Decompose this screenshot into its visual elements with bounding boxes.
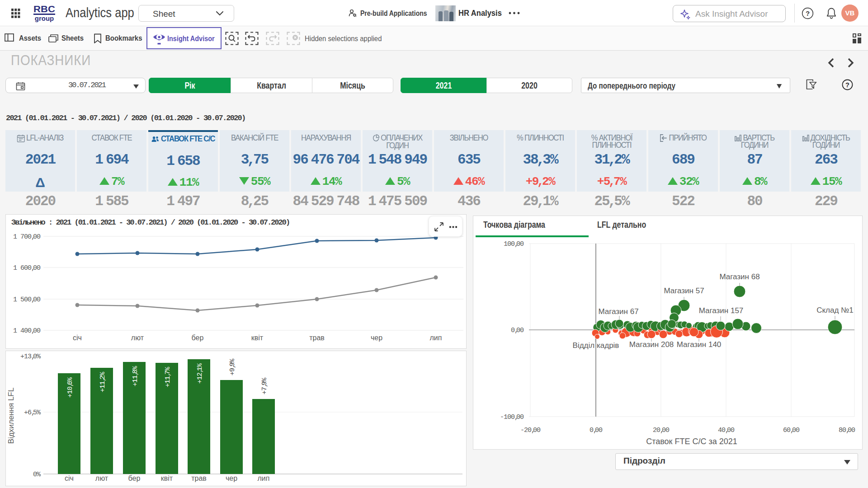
svg-text:0%: 0% [33,471,41,479]
svg-text:0,00: 0,00 [590,427,603,434]
svg-text:+9,9%: +9,9% [229,358,236,375]
svg-text:бер: бер [192,334,204,342]
svg-text:1 700,00: 1 700,00 [13,233,41,241]
svg-text:+11,2%: +11,2% [99,371,107,392]
svg-text:+13,0%: +13,0% [20,353,41,361]
svg-text:квіт: квіт [161,474,173,482]
svg-text:60,00: 60,00 [783,427,800,434]
svg-text:січ: січ [73,334,82,342]
svg-text:Магазин 57: Магазин 57 [664,286,704,295]
svg-text:0,00: 0,00 [511,327,524,334]
svg-text:+10,6%: +10,6% [66,377,74,398]
svg-text:Магазин 157: Магазин 157 [699,306,744,315]
svg-text:+11,8%: +11,8% [132,366,139,386]
svg-text:20,00: 20,00 [653,427,670,434]
svg-text:+7,9%: +7,9% [261,377,269,394]
svg-text:лют: лют [95,474,108,482]
svg-text:січ: січ [65,474,74,482]
svg-text:?: ? [806,9,810,17]
svg-text:-20,00: -20,00 [520,427,541,434]
svg-text:80,00: 80,00 [839,427,855,434]
svg-text:квіт: квіт [251,334,264,342]
svg-text:Магазин 67: Магазин 67 [598,307,638,316]
svg-text:чер: чер [371,334,382,342]
svg-text:Відхилення LFL: Відхилення LFL [7,388,15,444]
svg-text:Ставок FTE С/С за 2021: Ставок FTE С/С за 2021 [646,437,737,446]
svg-text:1 600,00: 1 600,00 [13,264,41,272]
svg-text:лип: лип [258,474,270,482]
svg-text:Магазин 68: Магазин 68 [719,272,760,281]
svg-text:40,00: 40,00 [718,427,735,434]
svg-text:?: ? [845,81,849,89]
svg-text:+6,5%: +6,5% [24,409,41,417]
svg-text:трав: трав [309,334,325,342]
svg-text:лип: лип [430,334,442,342]
svg-text:чер: чер [226,474,237,482]
svg-text:лют: лют [131,334,144,342]
svg-text:Склад №1: Склад №1 [816,306,854,314]
svg-text:100,00: 100,00 [504,240,524,248]
svg-text:трав: трав [191,474,207,482]
svg-text:-100,00: -100,00 [500,413,524,421]
svg-text:бер: бер [128,474,141,482]
svg-text:+12,1%: +12,1% [196,363,204,384]
svg-text:+11,7%: +11,7% [164,366,172,387]
svg-text:1 500,00: 1 500,00 [13,296,41,304]
svg-text:1 400,00: 1 400,00 [13,327,41,335]
svg-text:Відділ кадрів: Відділ кадрів [573,341,619,350]
